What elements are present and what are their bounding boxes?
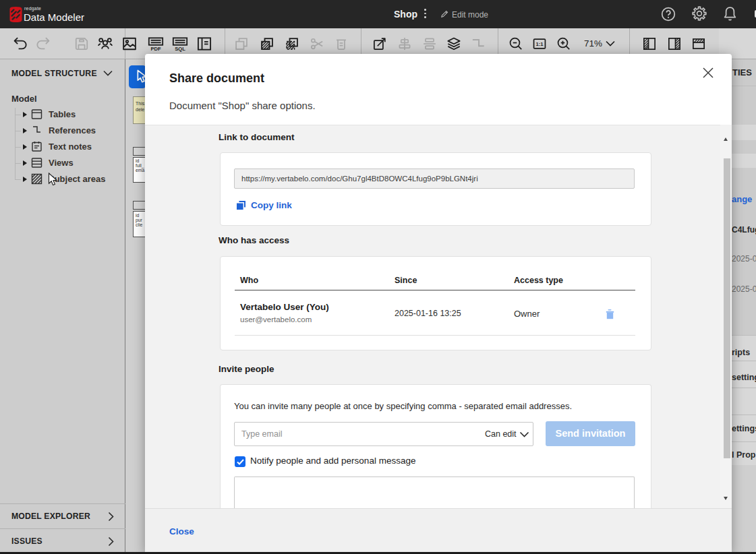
svg-text:SQL: SQL xyxy=(175,46,185,52)
svg-text:PDF: PDF xyxy=(150,46,161,52)
svg-text:1:1: 1:1 xyxy=(536,41,544,47)
